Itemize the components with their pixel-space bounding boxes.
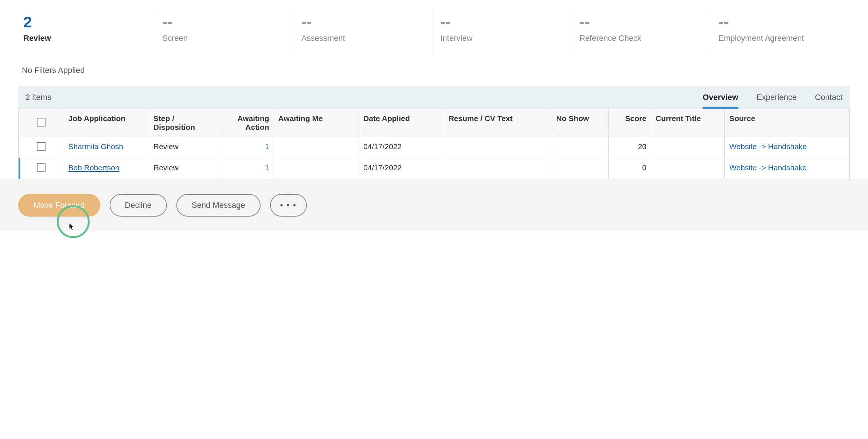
stage-tab-assessment[interactable]: --Assessment bbox=[294, 11, 433, 55]
stage-count: 2 bbox=[23, 15, 148, 30]
stage-count: -- bbox=[719, 15, 843, 30]
filters-status: No Filters Applied bbox=[0, 62, 868, 86]
cell-resume bbox=[444, 137, 552, 158]
awaiting-action-link[interactable]: 1 bbox=[265, 142, 269, 151]
col-job-application[interactable]: Job Application bbox=[64, 109, 149, 137]
cell-job-application: Sharmila Ghosh bbox=[64, 137, 149, 158]
stage-label: Review bbox=[23, 34, 148, 43]
cell-awaiting-action: 1 bbox=[217, 158, 274, 179]
cell-source: Website -> Handshake bbox=[725, 158, 850, 179]
candidate-link[interactable]: Bob Robertson bbox=[69, 163, 120, 172]
stage-tabs: 2Review--Screen--Assessment--Interview--… bbox=[0, 0, 868, 62]
stage-label: Assessment bbox=[301, 34, 426, 43]
cell-current-title bbox=[651, 158, 724, 179]
cell-awaiting-me bbox=[274, 158, 359, 179]
stage-label: Reference Check bbox=[579, 34, 704, 43]
col-no-show[interactable]: No Show bbox=[552, 109, 609, 137]
col-current-title[interactable]: Current Title bbox=[651, 109, 724, 137]
table-row: Sharmila GhoshReview104/17/202220Website… bbox=[19, 137, 850, 158]
items-count: 2 items bbox=[26, 93, 51, 109]
stage-count: -- bbox=[441, 15, 565, 30]
stage-count: -- bbox=[301, 15, 426, 30]
stage-label: Interview bbox=[441, 34, 565, 43]
stage-tab-review[interactable]: 2Review bbox=[18, 11, 155, 55]
select-all-checkbox[interactable] bbox=[37, 118, 46, 127]
stage-tab-screen[interactable]: --Screen bbox=[155, 11, 294, 55]
col-awaiting-me[interactable]: Awaiting Me bbox=[274, 109, 359, 137]
decline-button[interactable]: Decline bbox=[110, 194, 167, 217]
cell-no-show bbox=[552, 158, 609, 179]
view-tabs: OverviewExperienceContact bbox=[703, 93, 842, 109]
candidate-link[interactable]: Sharmila Ghosh bbox=[69, 142, 124, 151]
cell-no-show bbox=[552, 137, 609, 158]
cell-current-title bbox=[651, 137, 724, 158]
col-score[interactable]: Score bbox=[609, 109, 651, 137]
stage-label: Screen bbox=[163, 34, 287, 43]
cell-date-applied: 04/17/2022 bbox=[359, 137, 444, 158]
more-actions-button[interactable]: • • • bbox=[270, 194, 307, 217]
cell-awaiting-me bbox=[274, 137, 359, 158]
col-source[interactable]: Source bbox=[725, 109, 850, 137]
view-tab-contact[interactable]: Contact bbox=[815, 93, 842, 109]
table-row: Bob RobertsonReview104/17/20220Website -… bbox=[19, 158, 850, 179]
row-checkbox[interactable] bbox=[37, 163, 46, 172]
move-forward-button[interactable]: Move Forward bbox=[18, 194, 100, 217]
list-header: 2 items OverviewExperienceContact bbox=[18, 86, 850, 109]
candidates-table-wrap: Job Application Step / Disposition Await… bbox=[18, 109, 850, 179]
cell-score: 0 bbox=[609, 158, 651, 179]
cell-source: Website -> Handshake bbox=[725, 137, 850, 158]
row-select bbox=[19, 137, 64, 158]
stage-tab-employment-agreement[interactable]: --Employment Agreement bbox=[711, 11, 850, 55]
col-awaiting-action[interactable]: Awaiting Action bbox=[217, 109, 274, 137]
stage-count: -- bbox=[579, 15, 704, 30]
candidates-table: Job Application Step / Disposition Await… bbox=[18, 109, 850, 179]
cell-step: Review bbox=[149, 137, 217, 158]
stage-tab-reference-check[interactable]: --Reference Check bbox=[572, 11, 711, 55]
view-tab-overview[interactable]: Overview bbox=[703, 93, 738, 109]
col-date-applied[interactable]: Date Applied bbox=[359, 109, 444, 137]
view-tab-experience[interactable]: Experience bbox=[756, 93, 797, 109]
awaiting-action-link[interactable]: 1 bbox=[265, 163, 269, 172]
stage-label: Employment Agreement bbox=[719, 34, 843, 43]
cell-score: 20 bbox=[609, 137, 651, 158]
select-all-header bbox=[19, 109, 64, 137]
row-checkbox[interactable] bbox=[37, 142, 46, 151]
actions-bar: Move Forward Decline Send Message • • • bbox=[0, 179, 868, 231]
row-select bbox=[19, 158, 64, 179]
col-resume-cv[interactable]: Resume / CV Text bbox=[444, 109, 552, 137]
source-link[interactable]: Website -> Handshake bbox=[729, 142, 807, 151]
cell-job-application: Bob Robertson bbox=[64, 158, 149, 179]
cell-awaiting-action: 1 bbox=[217, 137, 274, 158]
cell-step: Review bbox=[149, 158, 217, 179]
cell-date-applied: 04/17/2022 bbox=[359, 158, 444, 179]
stage-count: -- bbox=[163, 15, 287, 30]
cell-resume bbox=[444, 158, 552, 179]
send-message-button[interactable]: Send Message bbox=[176, 194, 261, 217]
col-step-disposition[interactable]: Step / Disposition bbox=[149, 109, 217, 137]
source-link[interactable]: Website -> Handshake bbox=[729, 163, 807, 172]
stage-tab-interview[interactable]: --Interview bbox=[433, 11, 572, 55]
table-header-row: Job Application Step / Disposition Await… bbox=[19, 109, 850, 137]
